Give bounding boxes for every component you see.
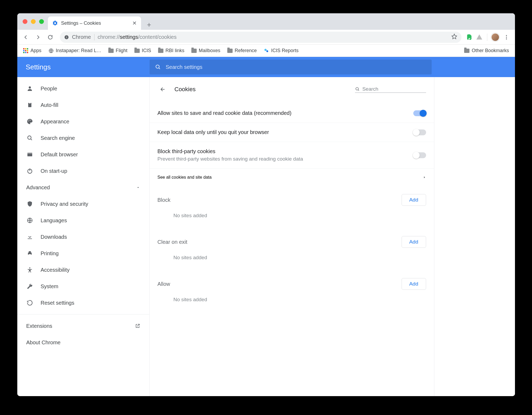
evernote-extension-icon[interactable] bbox=[466, 33, 474, 41]
toggle-block-third-party[interactable] bbox=[413, 152, 426, 158]
apps-shortcut[interactable]: Apps bbox=[21, 46, 44, 55]
settings-body: People Auto-fill Appearance Search engin… bbox=[17, 77, 515, 396]
sidebar-item-on-startup[interactable]: On start-up bbox=[17, 163, 149, 179]
bookmark-icis-reports[interactable]: ICIS Reports bbox=[262, 46, 301, 55]
sidebar-item-reset[interactable]: Reset settings bbox=[17, 295, 149, 311]
profile-avatar[interactable] bbox=[491, 33, 500, 41]
svg-point-15 bbox=[30, 120, 31, 121]
row-see-all-cookies[interactable]: See all cookies and site data bbox=[150, 168, 434, 186]
printer-icon bbox=[26, 250, 33, 257]
bookmark-rbi-links[interactable]: RBI links bbox=[156, 46, 187, 55]
sidebar-item-printing[interactable]: Printing bbox=[17, 245, 149, 262]
forward-button[interactable] bbox=[33, 32, 43, 43]
settings-search[interactable] bbox=[150, 60, 432, 74]
sidebar-item-accessibility[interactable]: Accessibility bbox=[17, 262, 149, 278]
sidebar-item-system[interactable]: System bbox=[17, 278, 149, 295]
chrome-menu-button[interactable] bbox=[501, 32, 512, 43]
svg-point-7 bbox=[264, 49, 266, 51]
toolbar-separator bbox=[487, 33, 487, 41]
sidebar-advanced-label: Advanced bbox=[26, 185, 50, 191]
settings-sidebar: People Auto-fill Appearance Search engin… bbox=[17, 77, 150, 396]
shield-icon bbox=[26, 201, 33, 207]
add-allow-button[interactable]: Add bbox=[402, 278, 426, 290]
bookmark-star-icon[interactable] bbox=[451, 33, 457, 41]
bookmark-instapaper[interactable]: Instapaper: Read L… bbox=[46, 46, 104, 55]
bookmark-label: Instapaper: Read L… bbox=[56, 48, 101, 53]
bookmark-reference[interactable]: Reference bbox=[225, 46, 259, 55]
minimize-window-button[interactable] bbox=[31, 19, 36, 24]
sidebar-item-appearance[interactable]: Appearance bbox=[17, 113, 149, 130]
svg-point-5 bbox=[506, 38, 507, 39]
cookies-search[interactable] bbox=[355, 86, 426, 93]
apps-grid-icon bbox=[23, 48, 28, 53]
sidebar-item-label: People bbox=[41, 86, 57, 92]
bookmark-flight[interactable]: Flight bbox=[106, 46, 130, 55]
folder-icon bbox=[191, 49, 197, 53]
sidebar-item-label: Appearance bbox=[41, 119, 69, 125]
search-icon bbox=[155, 64, 161, 70]
back-button[interactable] bbox=[20, 32, 31, 43]
svg-point-9 bbox=[156, 65, 159, 68]
omnibox-separator bbox=[94, 34, 94, 40]
sidebar-item-privacy[interactable]: Privacy and security bbox=[17, 196, 149, 212]
drive-extension-icon[interactable] bbox=[475, 33, 483, 41]
bookmark-label: Mailboxes bbox=[199, 48, 220, 53]
sidebar-item-languages[interactable]: Languages bbox=[17, 212, 149, 229]
site-info-icon[interactable] bbox=[64, 35, 69, 40]
settings-header: Settings bbox=[17, 57, 515, 77]
cookies-search-input[interactable] bbox=[362, 86, 426, 92]
sidebar-advanced-toggle[interactable]: Advanced bbox=[17, 179, 149, 196]
sidebar-divider bbox=[17, 314, 149, 315]
other-bookmarks[interactable]: Other Bookmarks bbox=[462, 46, 511, 55]
browser-icon bbox=[26, 151, 33, 158]
back-arrow-button[interactable] bbox=[158, 84, 168, 95]
toolbar: Chrome chrome://settings/content/cookies bbox=[17, 30, 515, 45]
close-window-button[interactable] bbox=[23, 19, 27, 24]
wrench-icon bbox=[26, 283, 33, 290]
svg-point-10 bbox=[29, 86, 31, 89]
sidebar-about-chrome[interactable]: About Chrome bbox=[17, 334, 149, 351]
icis-icon bbox=[264, 48, 269, 53]
svg-rect-23 bbox=[29, 254, 31, 255]
sidebar-item-search-engine[interactable]: Search engine bbox=[17, 130, 149, 146]
bookmark-icis[interactable]: ICIS bbox=[132, 46, 153, 55]
tab-strip: Settings – Cookies ✕ ＋ bbox=[48, 13, 154, 30]
new-tab-button[interactable]: ＋ bbox=[144, 19, 154, 30]
add-block-button[interactable]: Add bbox=[402, 194, 426, 206]
sidebar-item-autofill[interactable]: Auto-fill bbox=[17, 97, 149, 113]
svg-point-8 bbox=[266, 50, 268, 52]
folder-icon bbox=[227, 49, 233, 53]
reload-button[interactable] bbox=[45, 32, 56, 43]
toggle-allow-cookies[interactable] bbox=[413, 110, 426, 116]
fullscreen-window-button[interactable] bbox=[39, 19, 44, 24]
close-tab-icon[interactable]: ✕ bbox=[132, 20, 137, 26]
sidebar-item-label: About Chrome bbox=[26, 339, 61, 346]
section-label: Block bbox=[158, 197, 171, 203]
add-clear-button[interactable]: Add bbox=[402, 236, 426, 248]
bookmark-mailboxes[interactable]: Mailboxes bbox=[189, 46, 222, 55]
row-sublabel: Prevent third-party websites from saving… bbox=[158, 156, 303, 162]
window-controls bbox=[23, 19, 44, 24]
apps-label: Apps bbox=[31, 48, 42, 53]
chevron-right-icon bbox=[423, 176, 426, 179]
row-allow-cookies: Allow sites to save and read cookie data… bbox=[150, 99, 434, 123]
content-header: Cookies bbox=[150, 77, 434, 99]
svg-point-4 bbox=[506, 37, 507, 38]
sidebar-item-label: Printing bbox=[41, 250, 59, 257]
sidebar-item-downloads[interactable]: Downloads bbox=[17, 229, 149, 245]
sidebar-item-default-browser[interactable]: Default browser bbox=[17, 146, 149, 163]
bookmark-label: ICIS bbox=[142, 48, 151, 53]
folder-icon bbox=[464, 49, 469, 53]
svg-point-24 bbox=[29, 267, 30, 269]
row-keep-local: Keep local data only until you quit your… bbox=[150, 123, 434, 142]
toggle-keep-local[interactable] bbox=[413, 129, 426, 135]
sidebar-item-label: Search engine bbox=[41, 135, 75, 141]
globe-icon bbox=[48, 48, 54, 53]
page-title: Cookies bbox=[175, 86, 196, 93]
gear-icon bbox=[52, 20, 58, 26]
omnibox[interactable]: Chrome chrome://settings/content/cookies bbox=[60, 32, 461, 43]
tab-settings-cookies[interactable]: Settings – Cookies ✕ bbox=[48, 16, 141, 30]
settings-search-input[interactable] bbox=[166, 64, 426, 70]
sidebar-extensions[interactable]: Extensions bbox=[17, 318, 149, 334]
sidebar-item-people[interactable]: People bbox=[17, 80, 149, 97]
